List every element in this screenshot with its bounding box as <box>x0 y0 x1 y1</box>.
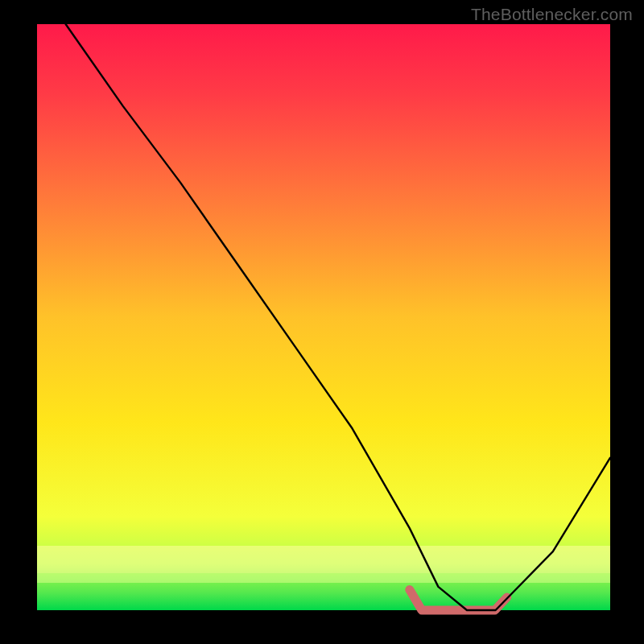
chart-band-yellow <box>37 546 610 573</box>
chart-plot-area <box>37 24 610 610</box>
bottleneck-chart <box>0 0 644 644</box>
watermark-text: TheBottlenecker.com <box>471 5 633 24</box>
chart-svg <box>0 0 644 644</box>
